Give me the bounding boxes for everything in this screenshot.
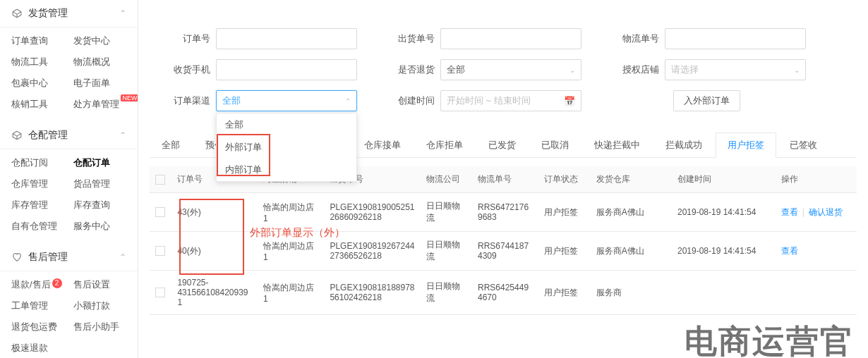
table-container: 订单号对应店铺出货单号物流公司物流单号订单状态发货仓库创建时间操作 43(外) … <box>150 166 857 315</box>
nav-item-2-3[interactable]: 小额打款 <box>69 295 131 316</box>
chevron-up-icon: ⌃ <box>345 97 351 105</box>
r1-input-1[interactable] <box>440 28 581 49</box>
nav-item-1-7[interactable]: 服务中心 <box>69 216 131 237</box>
nav-item-1-0[interactable]: 仓配订阅 <box>7 152 69 173</box>
filter-label: 订单号 <box>161 32 210 45</box>
status-tab-0[interactable]: 全部 <box>150 132 192 157</box>
cell-logi-no: RRS64254494670 <box>472 271 538 315</box>
nav-icon <box>11 130 23 141</box>
cell-status: 用户拒签 <box>538 271 590 315</box>
nav-item-1-3[interactable]: 货品管理 <box>69 173 131 195</box>
checkbox-row[interactable] <box>155 207 165 217</box>
filter-group: 创建时间开始时间 ~ 结束时间📅 <box>385 90 581 111</box>
cell-status: 用户拒签 <box>538 232 590 271</box>
nav-group-1[interactable]: 仓配管理 ⌃ <box>0 122 138 149</box>
nav-item-2-4[interactable]: 退货包运费 <box>7 316 69 338</box>
r3-date-1[interactable]: 开始时间 ~ 结束时间📅 <box>440 90 581 111</box>
cell-order: 40(外) <box>171 232 258 271</box>
nav-item-0-0[interactable]: 订单查询 <box>7 30 69 51</box>
annotation-text: 外部订单显示（外） <box>250 226 345 240</box>
op-查看[interactable]: 查看 <box>781 246 798 256</box>
r2-select-2[interactable]: 请选择⌄ <box>665 59 806 80</box>
cell-logi-co: 日日顺物流 <box>421 193 472 232</box>
cell-ship: PLGEX190818188978561024262​18 <box>324 271 420 315</box>
nav-group-title: 发货管理 <box>28 7 68 20</box>
nav-item-0-7[interactable]: 处方单管理NEW <box>69 94 131 115</box>
badge-count: 2 <box>52 278 62 288</box>
main-content: 订单号 出货单号 物流单号 收货手机 是否退货全部⌄ 授权店铺请选择⌄ 订单渠道… <box>138 0 868 358</box>
r1-input-0[interactable] <box>216 28 357 49</box>
nav-item-1-5[interactable]: 库存查询 <box>69 195 131 216</box>
r3-select-0[interactable]: 全部⌃ <box>216 90 357 111</box>
nav-item-0-6[interactable]: 核销工具 <box>7 94 69 115</box>
nav-group-title: 售后管理 <box>28 251 68 264</box>
chevron-up-icon: ⌃ <box>119 8 126 18</box>
filter-label: 收货手机 <box>161 63 210 76</box>
nav-item-2-0[interactable]: 退款/售后2 <box>7 274 69 295</box>
filter-group: 订单渠道 全部⌃ 全部外部订单内部订单 <box>161 90 357 111</box>
chevron-up-icon: ⌃ <box>119 130 126 140</box>
checkbox-row[interactable] <box>155 246 165 256</box>
cell-order: 43(外) <box>171 193 258 232</box>
checkbox-all[interactable] <box>155 175 165 185</box>
th-4: 物流公司 <box>421 166 472 193</box>
cell-wh: 服务商A佛山 <box>591 193 672 232</box>
nav-item-2-6[interactable]: 极速退款 <box>7 338 69 358</box>
nav-item-0-2[interactable]: 物流工具 <box>7 51 69 73</box>
nav-item-0-5[interactable]: 电子面单 <box>69 73 131 94</box>
nav-item-0-1[interactable]: 发货中心 <box>69 30 131 51</box>
op-确认退货[interactable]: 确认退货 <box>809 207 843 217</box>
nav-item-0-4[interactable]: 包裹中心 <box>7 73 69 94</box>
cell-wh: 服务商A佛山 <box>591 232 672 271</box>
filter-group: 出货单号 <box>385 28 581 49</box>
watermark: 电商运营官 <box>685 320 854 358</box>
status-tab-4[interactable]: 仓库接单 <box>352 132 413 157</box>
status-tab-7[interactable]: 已取消 <box>529 132 581 157</box>
op-查看[interactable]: 查看 <box>781 207 798 217</box>
nav-item-1-2[interactable]: 仓库管理 <box>7 173 69 195</box>
nav-group-title: 仓配管理 <box>28 129 68 142</box>
filter-group: 订单号 <box>161 28 357 49</box>
status-tab-11[interactable]: 已签收 <box>778 132 829 157</box>
nav-icon <box>11 8 23 19</box>
data-table: 订单号对应店铺出货单号物流公司物流单号订单状态发货仓库创建时间操作 43(外) … <box>150 166 857 315</box>
r2-select-1[interactable]: 全部⌄ <box>440 59 581 80</box>
dropdown-item-0[interactable]: 全部 <box>217 113 356 136</box>
filter-panel: 订单号 出货单号 物流单号 收货手机 是否退货全部⌄ 授权店铺请选择⌄ 订单渠道… <box>150 14 857 128</box>
status-tab-6[interactable]: 已发货 <box>476 132 528 157</box>
cell-logi-co: 日日顺物流 <box>421 271 472 315</box>
filter-label: 订单渠道 <box>161 94 210 107</box>
chevron-down-icon: ⌄ <box>794 66 800 74</box>
status-tab-8[interactable]: 快递拦截中 <box>582 132 652 157</box>
th-checkbox <box>150 166 171 193</box>
nav-item-2-1[interactable]: 售后设置 <box>69 274 131 295</box>
cell-status: 用户拒签 <box>538 193 590 232</box>
nav-item-2-5[interactable]: 售后小助手 <box>69 316 131 338</box>
nav-item-2-2[interactable]: 工单管理 <box>7 295 69 316</box>
filter-group: 物流单号 <box>610 28 806 49</box>
cell-ops <box>776 271 857 315</box>
nav-item-1-6[interactable]: 自有仓管理 <box>7 216 69 237</box>
cell-ops: 查看 <box>776 232 857 271</box>
dropdown-item-1[interactable]: 外部订单 <box>217 136 356 159</box>
filter-label: 是否退货 <box>385 63 435 76</box>
dropdown-item-2[interactable]: 内部订单 <box>217 159 356 181</box>
chevron-up-icon: ⌃ <box>119 252 126 262</box>
nav-icon <box>11 252 23 263</box>
status-tab-9[interactable]: 拦截成功 <box>653 132 714 157</box>
r2-input-0[interactable] <box>216 59 357 80</box>
cell-shop: 恰嵩的周边店1 <box>258 271 324 315</box>
r1-input-2[interactable] <box>665 28 806 49</box>
nav-item-1-1[interactable]: 仓配订单 <box>69 152 131 173</box>
import-external-button[interactable]: 入外部订单 <box>673 90 740 111</box>
cell-order: 190725-431566108420939​1 <box>171 271 258 315</box>
cell-wh: 服务商 <box>591 271 672 315</box>
nav-item-0-3[interactable]: 物流概况 <box>69 51 131 73</box>
checkbox-row[interactable] <box>155 288 165 297</box>
nav-item-1-4[interactable]: 库存管理 <box>7 195 69 216</box>
status-tab-10[interactable]: 用户拒签 <box>716 132 776 158</box>
nav-group-2[interactable]: 售后管理 ⌃ <box>0 244 138 271</box>
status-tab-5[interactable]: 仓库拒单 <box>414 132 475 157</box>
nav-group-0[interactable]: 发货管理 ⌃ <box>0 0 138 27</box>
cell-logi-no: RRS67441874309 <box>472 232 538 271</box>
